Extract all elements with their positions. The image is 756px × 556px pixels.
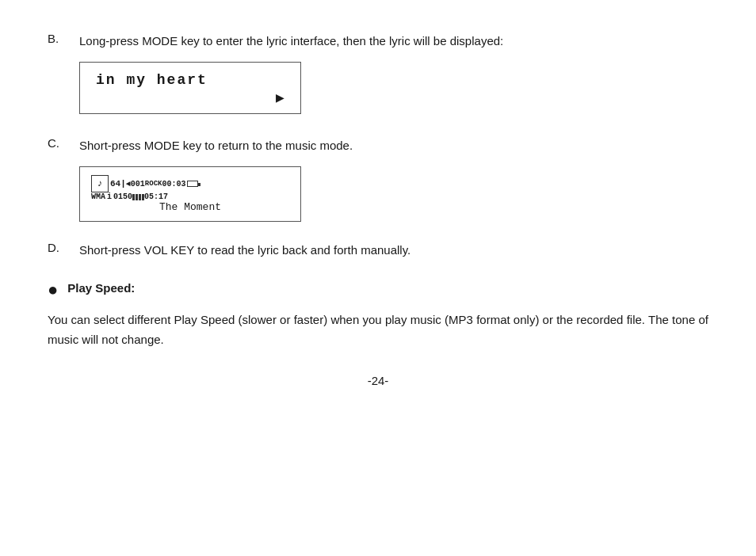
- music-display-box: ♪ 64 | ◄001 ROCK 00:03 WMA i 0150: [79, 166, 301, 222]
- section-b-label: B.: [48, 32, 79, 117]
- section-c-text: Short-press MODE key to return to the mu…: [79, 136, 708, 155]
- music-title: The Moment: [91, 201, 289, 213]
- section-b-text: Long-press MODE key to enter the lyric i…: [79, 32, 708, 51]
- section-d: D. Short-press VOL KEY to read the lyric…: [48, 241, 708, 260]
- paragraph-play-speed: You can select different Play Speed (slo…: [48, 310, 708, 350]
- page-number: -24-: [48, 374, 708, 387]
- music-display-line2: WMA i 0150 05:17: [91, 192, 289, 201]
- music-time2: 05:17: [144, 192, 168, 201]
- note-icon: ♪: [91, 175, 109, 192]
- section-c-label: C.: [48, 136, 79, 222]
- section-d-label: D.: [48, 241, 79, 260]
- music-icon-i: i: [107, 192, 112, 201]
- music-volume: 0150: [113, 192, 132, 201]
- section-c: C. Short-press MODE key to return to the…: [48, 136, 708, 222]
- lyric-text: in my heart: [96, 72, 284, 88]
- bullet-section: ● Play Speed:: [48, 279, 708, 302]
- music-track: ◄001: [126, 180, 145, 189]
- music-info-64: 64: [110, 179, 120, 189]
- section-b: B. Long-press MODE key to enter the lyri…: [48, 32, 708, 117]
- lyric-play-indicator: ▶: [96, 91, 284, 104]
- bullet-label: Play Speed:: [67, 279, 135, 298]
- section-c-body: Short-press MODE key to return to the mu…: [79, 136, 708, 222]
- battery-icon: [187, 181, 198, 187]
- music-display-line1: ♪ 64 | ◄001 ROCK 00:03: [91, 175, 289, 192]
- bullet-dot: ●: [48, 279, 58, 302]
- section-d-text: Short-press VOL KEY to read the lyric ba…: [79, 241, 708, 260]
- music-format: WMA: [91, 192, 105, 201]
- section-d-body: Short-press VOL KEY to read the lyric ba…: [79, 241, 708, 260]
- content-wrapper: B. Long-press MODE key to enter the lyri…: [48, 32, 708, 387]
- lyric-display-box: in my heart ▶: [79, 62, 301, 114]
- music-display-inner: ♪ 64 | ◄001 ROCK 00:03 WMA i 0150: [91, 175, 289, 213]
- music-genre: ROCK: [145, 180, 162, 188]
- section-b-body: Long-press MODE key to enter the lyric i…: [79, 32, 708, 117]
- segment-bar: [132, 194, 144, 200]
- music-separator1: |: [120, 179, 126, 189]
- music-time1: 00:03: [162, 180, 185, 189]
